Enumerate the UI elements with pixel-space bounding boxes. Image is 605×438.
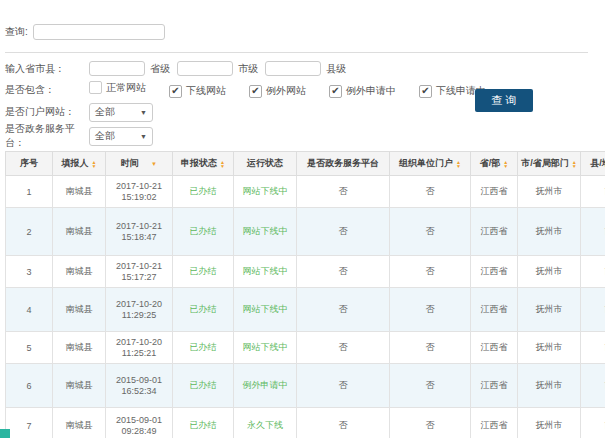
gov-service-row: 是否政务服务平台： 全部 ▼ [5, 127, 600, 145]
cell-time: 2015-09-0109:28:49 [106, 408, 173, 438]
website-report-query-page: 查询: 输入省市县： 省级 市级 县级 是否包含： 正常网站✔下线网站✔例外网站… [0, 0, 605, 438]
column-header-city-dept[interactable]: 市/省局部门▲▼ [518, 152, 581, 176]
column-header-time[interactable]: 时间▼ [106, 152, 173, 176]
date-text: 2017-10-21 [108, 261, 170, 272]
checkbox-checked-icon[interactable]: ✔ [249, 85, 262, 98]
time-text: 16:52:34 [108, 386, 170, 397]
checkbox-label: 例外申请中 [346, 84, 396, 98]
column-header-province[interactable]: 省/部▲▼ [471, 152, 518, 176]
cell-city-dept: 抚州市 [518, 364, 581, 408]
date-text: 2017-10-21 [108, 221, 170, 232]
checkbox-exception-applying[interactable]: ✔例外申请中 [329, 84, 396, 98]
region-label: 输入省市县： [5, 62, 89, 76]
cell-run-status: 网站下线中 [234, 256, 297, 288]
cell-city-dept: 抚州市 [518, 288, 581, 332]
gov-service-select[interactable]: 全部 ▼ [89, 127, 153, 146]
cell-gov-service-platform: 否 [297, 408, 390, 438]
table-row: 4南城县2017-10-2011:29:25已办结网站下线中否否江西省抚州市南城… [6, 288, 605, 332]
sort-updown-icon[interactable]: ▲▼ [572, 160, 577, 168]
query-button[interactable]: 查 询 [475, 89, 533, 112]
cell-org-portal: 否 [390, 288, 471, 332]
cell-reporter: 南城县 [53, 332, 106, 364]
quick-search-row: 查询: [5, 0, 600, 40]
date-text: 2017-10-20 [108, 299, 170, 310]
cell-county-dept: 南城县 [581, 256, 605, 288]
cell-province: 江西省 [471, 364, 518, 408]
cell-report-status: 已办结 [173, 332, 234, 364]
cell-report-status: 已办结 [173, 208, 234, 256]
time-text: 11:29:25 [108, 310, 170, 321]
province-level-label: 省级 [150, 62, 170, 76]
sort-updown-icon[interactable]: ▲▼ [92, 160, 97, 168]
cell-province: 江西省 [471, 332, 518, 364]
province-level-input[interactable] [89, 61, 145, 76]
cell-org-portal: 否 [390, 332, 471, 364]
search-input[interactable] [33, 24, 165, 40]
column-header-report-status[interactable]: 申报状态▲▼ [173, 152, 234, 176]
checkbox-unchecked-icon[interactable] [89, 81, 102, 94]
column-label: 市/省局部门 [521, 158, 569, 168]
cell-no: 2 [6, 208, 53, 256]
cell-time: 2017-10-2011:29:25 [106, 288, 173, 332]
cell-time: 2017-10-2115:18:47 [106, 208, 173, 256]
cell-reporter: 南城县 [53, 408, 106, 438]
county-level-input[interactable] [265, 61, 321, 76]
cell-county-dept: 南城县 [581, 176, 605, 208]
time-text: 11:25:21 [108, 348, 170, 359]
cell-time: 2015-09-0116:52:34 [106, 364, 173, 408]
column-header-county-dept[interactable]: 县/地方部门▲▼ [581, 152, 605, 176]
cell-county-dept: 南城县 [581, 408, 605, 438]
date-text: 2017-10-20 [108, 337, 170, 348]
cell-reporter: 南城县 [53, 288, 106, 332]
checkbox-normal-site[interactable]: 正常网站 [89, 81, 146, 95]
checkbox-checked-icon[interactable]: ✔ [419, 85, 432, 98]
column-label: 填报人 [62, 158, 89, 168]
column-label: 运行状态 [247, 158, 283, 168]
time-text: 15:17:27 [108, 272, 170, 283]
table-row: 6南城县2015-09-0116:52:34已办结例外申请中否否江西省抚州市南城… [6, 364, 605, 408]
caret-down-icon: ▼ [140, 109, 147, 116]
cell-province: 江西省 [471, 176, 518, 208]
cell-city-dept: 抚州市 [518, 332, 581, 364]
checkbox-checked-icon[interactable]: ✔ [329, 85, 342, 98]
cell-city-dept: 抚州市 [518, 408, 581, 438]
column-header-reporter[interactable]: 填报人▲▼ [53, 152, 106, 176]
sort-updown-icon[interactable]: ▲▼ [503, 160, 508, 168]
region-row: 输入省市县： 省级 市级 县级 [5, 61, 600, 76]
date-text: 2015-09-01 [108, 375, 170, 386]
portal-label: 是否门户网站： [5, 105, 89, 119]
cell-no: 3 [6, 256, 53, 288]
cell-province: 江西省 [471, 256, 518, 288]
sort-updown-icon[interactable]: ▲▼ [456, 160, 461, 168]
include-label: 是否包含： [5, 83, 89, 97]
cell-time: 2017-10-2011:25:21 [106, 332, 173, 364]
cell-county-dept: 南城县 [581, 364, 605, 408]
cell-run-status: 网站下线中 [234, 288, 297, 332]
cell-gov-service-platform: 否 [297, 332, 390, 364]
cell-province: 江西省 [471, 288, 518, 332]
sort-desc-icon[interactable]: ▼ [151, 161, 157, 167]
cell-province: 江西省 [471, 208, 518, 256]
city-level-input[interactable] [177, 61, 233, 76]
portal-select[interactable]: 全部 ▼ [89, 103, 153, 122]
cell-no: 4 [6, 288, 53, 332]
cell-report-status: 已办结 [173, 288, 234, 332]
corner-widget [0, 429, 10, 438]
checkbox-checked-icon[interactable]: ✔ [169, 85, 182, 98]
column-header-run-status: 运行状态 [234, 152, 297, 176]
checkbox-offline-site[interactable]: ✔下线网站 [169, 84, 226, 98]
cell-gov-service-platform: 否 [297, 256, 390, 288]
portal-select-value: 全部 [95, 105, 115, 119]
column-header-org-portal[interactable]: 组织单位门户▲▼ [390, 152, 471, 176]
table-head: 序号填报人▲▼时间▼申报状态▲▼运行状态是否政务服务平台组织单位门户▲▼省/部▲… [6, 152, 605, 176]
column-label: 组织单位门户 [399, 158, 453, 168]
checkbox-label: 下线网站 [186, 84, 226, 98]
sort-updown-icon[interactable]: ▲▼ [220, 160, 225, 168]
column-label: 省/部 [480, 158, 501, 168]
caret-down-icon: ▼ [140, 133, 147, 140]
cell-time: 2017-10-2115:19:02 [106, 176, 173, 208]
cell-city-dept: 抚州市 [518, 256, 581, 288]
checkbox-exception-site[interactable]: ✔例外网站 [249, 84, 306, 98]
county-level-label: 县级 [326, 62, 346, 76]
cell-county-dept: 南城县 [581, 208, 605, 256]
